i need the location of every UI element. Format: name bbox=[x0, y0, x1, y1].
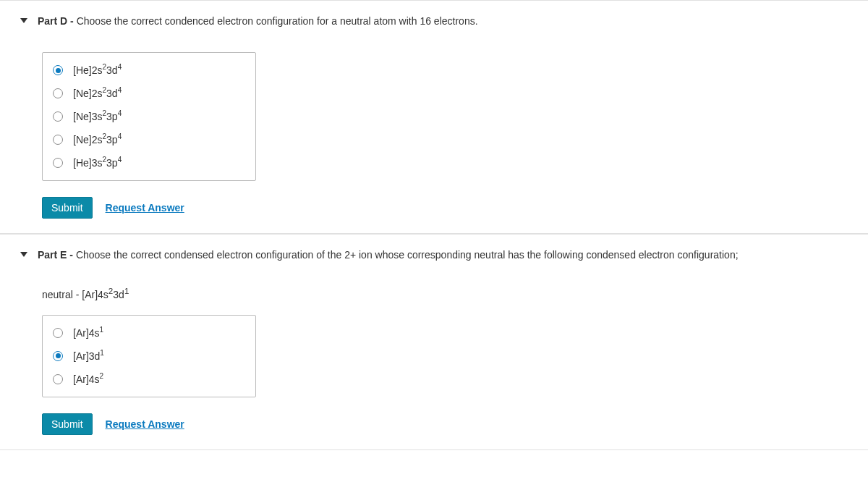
option-label: [Ar]4s1 bbox=[73, 327, 103, 339]
option-row[interactable]: [Ar]4s1 bbox=[43, 321, 255, 345]
radio-icon[interactable] bbox=[53, 65, 63, 75]
radio-icon[interactable] bbox=[53, 328, 63, 338]
part-d-section: Part D - Choose the correct condenced el… bbox=[0, 0, 868, 234]
part-d-body: [He]2s23d4 [Ne]2s23d4 [Ne]3s23p4 [Ne]2s2… bbox=[0, 52, 868, 219]
part-e-actions: Submit Request Answer bbox=[42, 413, 868, 435]
part-e-prompt: Choose the correct condensed electron co… bbox=[73, 249, 739, 261]
radio-icon[interactable] bbox=[53, 135, 63, 145]
collapse-caret-icon[interactable] bbox=[20, 252, 27, 257]
part-d-options: [He]2s23d4 [Ne]2s23d4 [Ne]3s23p4 [Ne]2s2… bbox=[42, 52, 256, 181]
option-row[interactable]: [Ne]3s23p4 bbox=[43, 105, 255, 128]
option-row[interactable]: [He]3s23p4 bbox=[43, 151, 255, 174]
part-e-label: Part E - bbox=[38, 249, 73, 261]
radio-icon[interactable] bbox=[53, 374, 63, 384]
request-answer-link[interactable]: Request Answer bbox=[106, 418, 184, 430]
part-d-header: Part D - Choose the correct condenced el… bbox=[0, 8, 868, 38]
part-d-actions: Submit Request Answer bbox=[42, 197, 868, 219]
option-label: [Ne]2s23p4 bbox=[73, 134, 122, 145]
option-label: [Ar]4s2 bbox=[73, 373, 103, 385]
option-row[interactable]: [Ar]3d1 bbox=[43, 345, 255, 368]
part-d-title: Part D - Choose the correct condenced el… bbox=[38, 14, 478, 29]
collapse-caret-icon[interactable] bbox=[20, 18, 27, 23]
radio-icon[interactable] bbox=[53, 158, 63, 168]
option-row[interactable]: [Ne]2s23p4 bbox=[43, 128, 255, 151]
neutral-config-line: neutral - [Ar]4s23d1 bbox=[42, 286, 868, 300]
option-label: [Ne]3s23p4 bbox=[73, 111, 122, 122]
option-row[interactable]: [Ar]4s2 bbox=[43, 368, 255, 391]
radio-icon[interactable] bbox=[53, 88, 63, 98]
option-label: [Ne]2s23d4 bbox=[73, 88, 122, 99]
option-row[interactable]: [He]2s23d4 bbox=[43, 59, 255, 82]
option-label: [He]3s23p4 bbox=[73, 157, 122, 169]
request-answer-link[interactable]: Request Answer bbox=[106, 202, 184, 214]
submit-button[interactable]: Submit bbox=[42, 197, 93, 219]
radio-icon[interactable] bbox=[53, 351, 63, 361]
option-label: [Ar]3d1 bbox=[73, 350, 104, 362]
option-label: [He]2s23d4 bbox=[73, 64, 122, 76]
part-d-label: Part D - bbox=[38, 15, 74, 27]
submit-button[interactable]: Submit bbox=[42, 413, 93, 435]
part-e-header: Part E - Choose the correct condensed el… bbox=[0, 242, 868, 271]
part-e-options: [Ar]4s1 [Ar]3d1 [Ar]4s2 bbox=[42, 315, 256, 397]
option-row[interactable]: [Ne]2s23d4 bbox=[43, 82, 255, 105]
radio-icon[interactable] bbox=[53, 111, 63, 122]
part-e-body: neutral - [Ar]4s23d1 [Ar]4s1 [Ar]3d1 [Ar… bbox=[0, 286, 868, 435]
part-e-section: Part E - Choose the correct condensed el… bbox=[0, 234, 868, 450]
part-e-title: Part E - Choose the correct condensed el… bbox=[38, 248, 739, 263]
part-d-prompt: Choose the correct condenced electron co… bbox=[74, 15, 478, 27]
